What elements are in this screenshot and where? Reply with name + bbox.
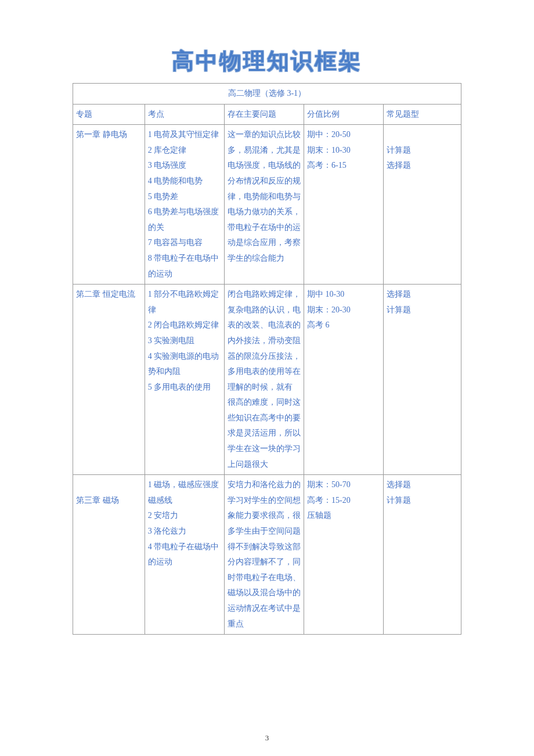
header-problems: 存在主要问题 xyxy=(224,104,304,125)
header-qtypes: 常见题型 xyxy=(384,104,461,125)
page-number: 3 xyxy=(73,733,461,743)
cell-points: 1 磁场，磁感应强度 磁感线2 安培力3 洛伦兹力4 带电粒子在磁场中的运动 xyxy=(145,475,224,635)
page-title: 高中物理知识框架 xyxy=(73,46,461,76)
header-topic: 专题 xyxy=(73,104,145,125)
cell-points: 1 部分不电路欧姆定律2 闭合电路欧姆定律3 实验测电阻4 实验测电源的电动势和… xyxy=(145,285,224,475)
table-row: 第一章 静电场 1 电荷及其守恒定律2 库仓定律3 电场强度4 电势能和电势5 … xyxy=(73,125,461,285)
cell-topic: 第三章 磁场 xyxy=(73,475,145,635)
header-points: 考点 xyxy=(145,104,224,125)
cell-scores: 期末：50-70高考：15-20压轴题 xyxy=(304,475,384,635)
cell-points: 1 电荷及其守恒定律2 库仓定律3 电场强度4 电势能和电势5 电势差6 电势差… xyxy=(145,125,224,285)
cell-topic: 第一章 静电场 xyxy=(73,125,145,285)
table-row: 第二章 恒定电流 1 部分不电路欧姆定律2 闭合电路欧姆定律3 实验测电阻4 实… xyxy=(73,285,461,475)
cell-qtypes: 计算题选择题 xyxy=(384,125,461,285)
physics-framework-table: 高二物理（选修 3-1） 专题 考点 存在主要问题 分值比例 常见题型 第一章 … xyxy=(73,83,461,635)
header-scores: 分值比例 xyxy=(304,104,384,125)
table-title: 高二物理（选修 3-1） xyxy=(73,84,461,105)
cell-problems: 安培力和洛伦兹力的学习对学生的空间想象能力要求很高，很多学生由于空间问题得不到解… xyxy=(224,475,304,635)
cell-scores: 期中：20-50期末：10-30高考：6-15 xyxy=(304,125,384,285)
cell-topic: 第二章 恒定电流 xyxy=(73,285,145,475)
table-row: 第三章 磁场 1 磁场，磁感应强度 磁感线2 安培力3 洛伦兹力4 带电粒子在磁… xyxy=(73,475,461,635)
cell-qtypes: 选择题计算题 xyxy=(384,285,461,475)
cell-problems: 闭合电路欧姆定律，复杂电路的认识，电表的改装、电流表的内外接法，滑动变阻器的限流… xyxy=(224,285,304,475)
cell-scores: 期中 10-30期末：20-30高考 6 xyxy=(304,285,384,475)
cell-problems: 这一章的知识点比较多，易混淆，尤其是电场强度，电场线的分布情况和反应的规律，电势… xyxy=(224,125,304,285)
cell-qtypes: 选择题计算题 xyxy=(384,475,461,635)
